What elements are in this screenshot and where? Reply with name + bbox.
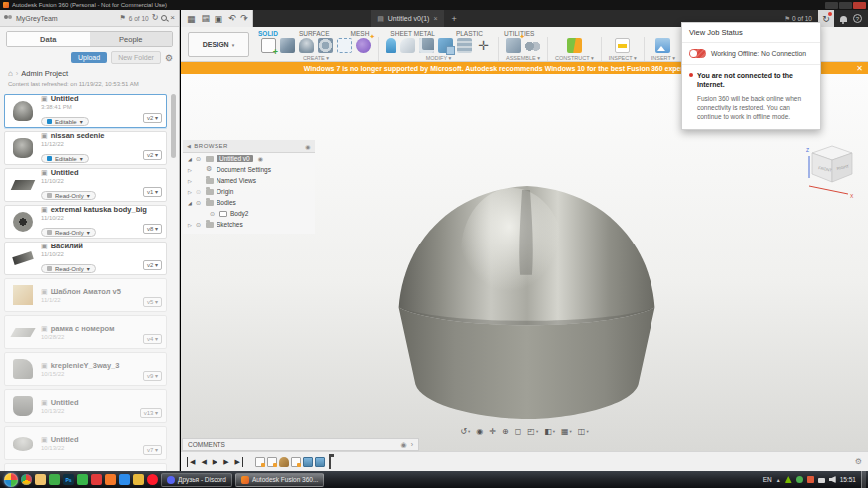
pan-icon[interactable]: ✛	[489, 427, 496, 436]
new-folder-button[interactable]: New Folder	[111, 51, 161, 64]
grid-layout-icon[interactable]: ▦▾	[561, 427, 572, 436]
tray-green-icon[interactable]	[796, 476, 803, 483]
file-status-dropdown[interactable]: Read-Only▾	[41, 228, 96, 237]
timeline-step-forward-button[interactable]: ▶	[221, 457, 230, 467]
group-label-assemble[interactable]: ASSEMBLE ▾	[506, 55, 540, 61]
refresh-icon[interactable]: ↻	[152, 14, 159, 22]
coil-icon[interactable]	[356, 38, 371, 53]
file-card[interactable]: ▣nissan sedenie11/12/22Editable▾v2 ▾	[4, 131, 167, 165]
version-dropdown[interactable]: v4 ▾	[143, 334, 162, 344]
model-body[interactable]	[392, 182, 661, 423]
file-card[interactable]: ▣Untitled11/10/22Read-Only▾v1 ▾	[4, 168, 167, 202]
taskbar-opera-icon[interactable]	[147, 474, 158, 485]
browser-node[interactable]: ▷⚙Document Settings	[183, 164, 315, 175]
offline-toggle[interactable]	[689, 49, 706, 58]
expander-icon[interactable]: ▷	[187, 167, 193, 173]
browser-node[interactable]: ▷Named Views	[183, 175, 315, 186]
offset-icon[interactable]	[457, 38, 472, 53]
version-dropdown[interactable]: v2 ▾	[143, 260, 162, 270]
timeline-feature-extrude[interactable]	[303, 457, 313, 467]
timeline-go-start-button[interactable]: ◀	[187, 457, 197, 467]
search-icon[interactable]	[161, 15, 167, 21]
file-card[interactable]: ▣extremal katuska body_big11/10/22Read-O…	[4, 205, 167, 239]
expander-icon[interactable]: ▷	[187, 222, 193, 228]
group-label-modify[interactable]: MODIFY ▾	[426, 55, 452, 61]
new-document-tab-button[interactable]: +	[452, 14, 457, 24]
taskbar-fusion-button[interactable]: Autodesk Fusion 360...	[235, 473, 325, 487]
insert-image-icon[interactable]	[655, 38, 670, 53]
version-dropdown[interactable]: v2 ▾	[143, 150, 162, 160]
timeline-feature-sketch[interactable]	[267, 457, 277, 467]
timeline-feature-form[interactable]	[279, 457, 289, 467]
tray-nvidia-icon[interactable]	[785, 476, 792, 483]
taskbar-explorer-icon[interactable]	[35, 474, 46, 485]
node-options-icon[interactable]: ◉	[258, 155, 263, 162]
language-indicator[interactable]: EN	[763, 476, 772, 483]
file-status-dropdown[interactable]: Editable▾	[41, 154, 89, 163]
look-at-icon[interactable]: ◉	[476, 427, 483, 436]
browser-node[interactable]: ▷⊙Sketches	[183, 219, 315, 230]
pattern-icon[interactable]	[337, 38, 352, 53]
show-data-panel-icon[interactable]: ▦	[187, 14, 196, 24]
file-status-dropdown[interactable]: Read-Only▾	[41, 264, 96, 273]
timeline-step-back-button[interactable]: ◀	[199, 457, 208, 467]
browser-node[interactable]: ◢⊙Untitled v0◉	[183, 153, 315, 164]
data-panel-tab-people[interactable]: People	[90, 32, 173, 46]
sketch-icon[interactable]	[261, 38, 276, 53]
file-list-scrollbar[interactable]	[171, 94, 176, 158]
taskbar-chrome-icon[interactable]	[21, 474, 32, 485]
viewcube[interactable]: FRONT RIGHT Z X	[802, 138, 864, 200]
expander-icon[interactable]: ▷	[187, 189, 193, 195]
file-card[interactable]: ▣kreplenieY_3way_310/15/22v9 ▾	[4, 352, 167, 386]
zoom-icon[interactable]: ⊕	[502, 427, 509, 436]
orbit-icon[interactable]: ↺▾	[460, 427, 470, 436]
close-document-icon[interactable]: ×	[433, 15, 437, 22]
tray-volume-icon[interactable]	[829, 476, 836, 483]
group-label-inspect[interactable]: INSPECT ▾	[609, 55, 637, 61]
version-dropdown[interactable]: v9 ▾	[143, 371, 162, 381]
taskbar-green-app-icon[interactable]	[77, 474, 88, 485]
tray-network-icon[interactable]	[818, 478, 825, 483]
new-component-icon[interactable]	[506, 38, 521, 53]
timeline-feature-sketch[interactable]	[255, 457, 265, 467]
home-icon[interactable]: ⌂	[8, 69, 13, 78]
version-dropdown[interactable]: v2 ▾	[143, 113, 162, 123]
save-icon[interactable]: ▣	[215, 14, 223, 24]
browser-node[interactable]: ▷⊙Origin	[183, 186, 315, 197]
file-status-dropdown[interactable]: Read-Only▾	[41, 191, 96, 200]
close-window-button[interactable]	[853, 2, 866, 9]
document-tab[interactable]: ▤ Untitled v0(1) ×	[371, 10, 443, 27]
zoom-window-icon[interactable]: ◰▾	[527, 427, 538, 436]
taskbar-blue-app-icon[interactable]	[119, 474, 130, 485]
group-label-create[interactable]: CREATE ▾	[303, 55, 329, 61]
job-counter[interactable]: 6 of 10	[129, 15, 149, 22]
visibility-eye-icon[interactable]: ⊙	[196, 199, 203, 206]
start-button[interactable]	[4, 473, 18, 487]
data-panel-settings-icon[interactable]: ⚙	[165, 53, 173, 63]
offline-toggle-row[interactable]: Working Offline: No Connection	[682, 43, 820, 65]
file-card[interactable]: ▣Шаблон Аматол v511/1/22v5 ▾	[4, 278, 167, 312]
viewport-canvas[interactable]: ◀ BROWSER ◉ ◢⊙Untitled v0◉▷⚙Document Set…	[181, 74, 868, 451]
taskbar-settings-app-icon[interactable]	[133, 474, 144, 485]
show-desktop-button[interactable]	[861, 471, 866, 488]
display-settings-icon[interactable]: ◧▾	[544, 427, 555, 436]
comments-bar[interactable]: COMMENTS ◉ ›	[182, 438, 419, 451]
browser-node[interactable]: ◢⊙Bodies	[183, 197, 315, 208]
file-card[interactable]: ▣Untitled10/13/22v13 ▾	[4, 389, 167, 423]
shell-icon[interactable]	[419, 38, 434, 53]
minimize-button[interactable]	[825, 2, 838, 9]
maximize-button[interactable]	[839, 2, 852, 9]
redo-icon[interactable]: ↷▾	[240, 13, 246, 24]
hidden-icons-arrow[interactable]: ▲	[776, 477, 781, 483]
version-dropdown[interactable]: v1 ▾	[143, 187, 162, 197]
visibility-eye-icon[interactable]: ⊙	[196, 188, 203, 195]
timeline-settings-icon[interactable]: ⚙	[855, 457, 862, 466]
file-menu-icon[interactable]: ▤▾	[202, 13, 209, 24]
timeline-feature-extrude[interactable]	[315, 457, 325, 467]
version-dropdown[interactable]: v7 ▾	[143, 445, 162, 455]
taskbar-blender-icon[interactable]	[105, 474, 116, 485]
expander-icon[interactable]: ◢	[187, 156, 193, 162]
group-label-construct[interactable]: CONSTRUCT ▾	[555, 55, 594, 61]
revolve-icon[interactable]	[318, 38, 333, 53]
group-label-insert[interactable]: INSERT ▾	[651, 55, 675, 61]
